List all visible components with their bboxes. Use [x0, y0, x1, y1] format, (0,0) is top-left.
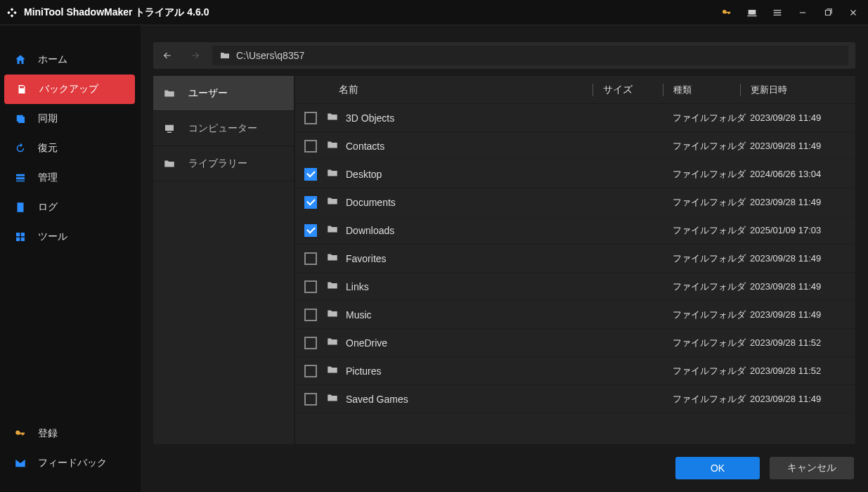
- table-row[interactable]: Contactsファイルフォルダ2023/09/28 11:49: [295, 132, 855, 160]
- sidebar-item-label: ホーム: [38, 53, 67, 66]
- ok-button[interactable]: OK: [675, 457, 760, 479]
- sidebar-item-manage[interactable]: 管理: [0, 163, 141, 193]
- row-checkbox[interactable]: [304, 196, 317, 209]
- app-title: MiniTool ShadowMaker トライアル 4.6.0: [24, 6, 209, 19]
- row-date: 2023/09/28 11:49: [750, 253, 855, 264]
- col-date-label[interactable]: 更新日時: [740, 84, 846, 96]
- tree-item[interactable]: コンピューター: [153, 111, 294, 146]
- log-icon: [13, 201, 28, 214]
- nav-forward-button[interactable]: [181, 42, 209, 69]
- row-type: ファイルフォルダ: [673, 112, 750, 124]
- row-name: Contacts: [346, 141, 384, 152]
- titlebar: MiniTool ShadowMaker トライアル 4.6.0: [0, 0, 868, 25]
- col-size-label[interactable]: サイズ: [592, 84, 663, 96]
- row-date: 2023/09/28 11:49: [750, 112, 855, 123]
- table-row[interactable]: 3D Objectsファイルフォルダ2023/09/28 11:49: [295, 104, 855, 132]
- row-date: 2023/09/28 11:49: [750, 394, 855, 404]
- row-date: 2023/09/28 11:49: [750, 141, 855, 151]
- row-name: Favorites: [346, 253, 387, 264]
- folder-icon: [326, 138, 339, 153]
- sidebar-item-log[interactable]: ログ: [0, 193, 141, 222]
- col-name-label[interactable]: 名前: [326, 84, 592, 96]
- row-date: 2023/09/28 11:52: [750, 337, 855, 348]
- folder-icon: [326, 391, 339, 406]
- key-icon: [13, 427, 28, 440]
- row-checkbox[interactable]: [304, 224, 317, 237]
- sidebar-item-restore[interactable]: 復元: [0, 134, 141, 163]
- cancel-button[interactable]: キャンセル: [770, 457, 854, 479]
- sync-icon: [13, 112, 28, 125]
- folder-icon: [326, 335, 339, 350]
- row-date: 2023/09/28 11:49: [750, 281, 855, 292]
- table-row[interactable]: Favoritesファイルフォルダ2023/09/28 11:49: [295, 245, 855, 273]
- row-checkbox[interactable]: [304, 365, 317, 377]
- sidebar-item-backup[interactable]: バックアップ: [4, 75, 135, 104]
- menu-icon[interactable]: [768, 4, 786, 22]
- sidebar-item-home[interactable]: ホーム: [0, 45, 141, 75]
- row-checkbox[interactable]: [304, 168, 317, 181]
- row-checkbox[interactable]: [304, 309, 317, 321]
- key-icon[interactable]: [718, 4, 736, 22]
- table-row[interactable]: OneDriveファイルフォルダ2023/09/28 11:52: [295, 329, 855, 357]
- tree-pane: ユーザーコンピューターライブラリー: [153, 76, 294, 444]
- row-type: ファイルフォルダ: [673, 309, 750, 321]
- tree-item-label: コンピューター: [188, 122, 257, 135]
- sidebar-item-label: ログ: [38, 201, 58, 214]
- sidebar-item-tools[interactable]: ツール: [0, 222, 141, 252]
- tree-item-icon: [163, 157, 180, 170]
- list-pane: 名前 サイズ 種類 更新日時 3D Objectsファイルフォルダ2023/09…: [295, 76, 855, 444]
- row-date: 2025/01/09 17:03: [750, 225, 855, 235]
- row-type: ファイルフォルダ: [673, 280, 750, 293]
- nav-back-button[interactable]: [153, 42, 181, 69]
- table-row[interactable]: Picturesファイルフォルダ2023/09/28 11:52: [295, 357, 855, 385]
- row-type: ファイルフォルダ: [673, 168, 750, 181]
- row-type: ファイルフォルダ: [673, 140, 750, 153]
- close-icon[interactable]: [844, 4, 862, 22]
- row-checkbox[interactable]: [304, 112, 317, 124]
- table-row[interactable]: Saved Gamesファイルフォルダ2023/09/28 11:49: [295, 385, 855, 413]
- sidebar: ホーム バックアップ 同期 復元 管理 ログ ツール: [0, 25, 141, 492]
- col-type-label[interactable]: 種類: [663, 84, 740, 96]
- row-type: ファイルフォルダ: [673, 393, 750, 406]
- sidebar-item-label: フィードバック: [38, 457, 107, 470]
- folder-icon: [326, 279, 339, 294]
- row-type: ファイルフォルダ: [673, 337, 750, 349]
- row-checkbox[interactable]: [304, 393, 317, 406]
- rows-container[interactable]: 3D Objectsファイルフォルダ2023/09/28 11:49Contac…: [295, 104, 855, 444]
- tree-item-icon: [163, 87, 180, 100]
- restore-icon: [13, 142, 28, 155]
- sidebar-item-label: ツール: [38, 231, 67, 243]
- row-name: Downloads: [346, 225, 394, 236]
- folder-icon: [326, 251, 339, 266]
- table-row[interactable]: Linksファイルフォルダ2023/09/28 11:49: [295, 273, 855, 301]
- app-logo-icon: [6, 6, 18, 19]
- tree-item[interactable]: ユーザー: [153, 76, 294, 111]
- content: C:\Users\q8357 ユーザーコンピューターライブラリー 名前 サイズ …: [141, 25, 868, 492]
- sidebar-item-feedback[interactable]: フィードバック: [0, 448, 141, 478]
- folder-icon: [326, 363, 339, 378]
- sidebar-item-sync[interactable]: 同期: [0, 104, 141, 134]
- file-browser: ユーザーコンピューターライブラリー 名前 サイズ 種類 更新日時 3D Obje…: [153, 76, 855, 444]
- manage-icon: [13, 171, 28, 184]
- table-row[interactable]: Musicファイルフォルダ2023/09/28 11:49: [295, 301, 855, 329]
- path-text: C:\Users\q8357: [236, 50, 304, 61]
- tree-item[interactable]: ライブラリー: [153, 146, 294, 181]
- row-date: 2023/09/28 11:49: [750, 309, 855, 320]
- folder-icon: [326, 167, 339, 181]
- folder-icon: [326, 307, 339, 322]
- row-name: Documents: [346, 197, 396, 208]
- maximize-icon[interactable]: [819, 4, 837, 22]
- row-checkbox[interactable]: [304, 140, 317, 153]
- row-name: 3D Objects: [346, 112, 394, 124]
- table-row[interactable]: Documentsファイルフォルダ2023/09/28 11:49: [295, 188, 855, 216]
- path-input[interactable]: C:\Users\q8357: [212, 46, 848, 65]
- folder-icon: [219, 50, 231, 61]
- table-row[interactable]: Desktopファイルフォルダ2024/06/26 13:04: [295, 160, 855, 188]
- row-checkbox[interactable]: [304, 337, 317, 349]
- row-checkbox[interactable]: [304, 252, 317, 265]
- sidebar-item-register[interactable]: 登録: [0, 419, 141, 448]
- device-icon[interactable]: [743, 4, 761, 22]
- row-checkbox[interactable]: [304, 280, 317, 293]
- minimize-icon[interactable]: [793, 4, 812, 22]
- table-row[interactable]: Downloadsファイルフォルダ2025/01/09 17:03: [295, 216, 855, 245]
